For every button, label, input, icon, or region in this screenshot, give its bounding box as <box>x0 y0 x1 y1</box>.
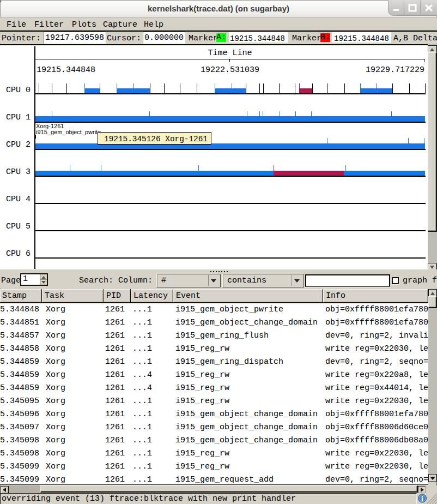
svg-text:CPU 0: CPU 0 <box>6 86 31 95</box>
svg-text:19215.345126 Xorg-1261: 19215.345126 Xorg-1261 <box>104 135 208 143</box>
svg-text:CPU 5: CPU 5 <box>6 222 31 231</box>
svg-text:i915_gem_object_pwrite: i915_gem_object_pwrite <box>36 129 101 135</box>
svg-text:CPU 4: CPU 4 <box>6 195 31 204</box>
svg-text:CPU 2: CPU 2 <box>6 140 31 149</box>
svg-text:CPU 1: CPU 1 <box>6 113 31 122</box>
svg-text:i: i <box>421 495 423 503</box>
svg-text:19222.531039: 19222.531039 <box>201 65 259 75</box>
svg-text:19215.344848: 19215.344848 <box>37 65 95 75</box>
svg-text:19229.717229: 19229.717229 <box>366 65 424 75</box>
svg-text:Time Line: Time Line <box>208 49 252 58</box>
svg-text:CPU 6: CPU 6 <box>6 249 31 259</box>
svg-text:CPU 3: CPU 3 <box>6 167 31 177</box>
